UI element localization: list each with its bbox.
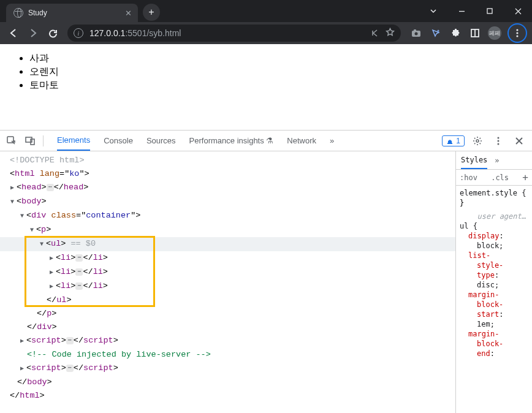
hov-toggle[interactable]: :hov [460, 173, 477, 182]
tab-network[interactable]: Network [287, 131, 316, 150]
chevron-down-icon[interactable] [419, 2, 447, 20]
more-tabs-icon[interactable]: » [330, 131, 334, 150]
url-input[interactable]: i 127.0.0.1:5501/syb.html [67, 25, 401, 42]
svg-point-14 [498, 140, 500, 142]
window-titlebar: Study ✕ + [0, 0, 532, 22]
forward-button[interactable] [25, 25, 42, 42]
tab-title: Study [28, 9, 121, 17]
svg-point-5 [516, 29, 518, 31]
devtools-tabs: Elements Console Sources Performance ins… [57, 131, 439, 151]
styles-tab[interactable]: Styles [461, 152, 487, 169]
devtools: Elements Console Sources Performance ins… [0, 130, 532, 413]
new-tab-button[interactable]: + [143, 4, 160, 21]
svg-rect-3 [414, 29, 416, 31]
styles-tabs: Styles » [456, 151, 532, 170]
gear-icon[interactable] [469, 133, 485, 149]
cls-toggle[interactable]: .cls [491, 173, 509, 182]
list-item: 사과 [29, 52, 527, 65]
tab-elements[interactable]: Elements [57, 131, 90, 151]
svg-point-6 [516, 32, 518, 34]
styles-panel: Styles » :hov .cls + element.style { } u… [455, 151, 532, 413]
svg-point-7 [516, 35, 518, 37]
devtools-toolbar: Elements Console Sources Performance ins… [0, 131, 532, 151]
camera-icon[interactable] [407, 25, 425, 42]
kebab-icon[interactable] [490, 133, 506, 149]
close-devtools-icon[interactable] [511, 133, 527, 149]
address-bar: i 127.0.0.1:5501/syb.html 페페 [0, 22, 532, 44]
cursor-sparkle-icon[interactable] [427, 25, 445, 42]
styles-rules[interactable]: element.style { } user agent… ul { displ… [456, 186, 532, 361]
list-item: 오렌지 [29, 66, 527, 78]
inspect-icon[interactable] [4, 133, 20, 149]
more-styles-tabs-icon[interactable]: » [495, 156, 499, 165]
issues-badge[interactable]: 1 [442, 135, 465, 146]
tab-sources[interactable]: Sources [146, 131, 176, 150]
svg-point-2 [415, 32, 418, 36]
bookmark-icon[interactable] [386, 28, 395, 39]
info-icon[interactable]: i [74, 28, 83, 38]
chrome-menu-button[interactable] [507, 23, 527, 43]
profile-badge[interactable]: 페페 [485, 25, 504, 42]
svg-rect-11 [447, 143, 452, 144]
globe-icon [13, 8, 23, 18]
plus-icon[interactable]: + [522, 172, 528, 183]
reload-button[interactable] [44, 25, 61, 42]
share-icon[interactable] [370, 28, 379, 39]
browser-tab[interactable]: Study ✕ [6, 4, 138, 22]
tab-console[interactable]: Console [104, 131, 133, 150]
svg-point-13 [498, 137, 500, 138]
beaker-icon: ⚗ [266, 136, 273, 145]
svg-point-12 [476, 140, 479, 142]
toolbar-icons: 페페 [407, 23, 527, 43]
selected-node[interactable]: <ul> == $0 [0, 237, 455, 251]
reading-list-icon[interactable] [466, 25, 484, 42]
minimize-button[interactable] [447, 2, 476, 20]
page-list: 사과 오렌지 토마토 [29, 52, 527, 92]
device-toggle-icon[interactable] [22, 133, 38, 149]
window-controls [419, 0, 532, 22]
svg-rect-0 [487, 9, 492, 13]
dom-tree[interactable]: ••• <!DOCTYPE html> <html lang="ko"> <he… [0, 151, 455, 413]
url-text: 127.0.0.1:5501/syb.html [89, 28, 370, 38]
close-tab-icon[interactable]: ✕ [125, 9, 132, 18]
close-button[interactable] [504, 2, 532, 20]
tab-performance-insights[interactable]: Performance insights ⚗ [189, 131, 274, 150]
list-item: 토마토 [29, 79, 527, 92]
maximize-button[interactable] [476, 2, 504, 20]
tabs-region: Study ✕ + [0, 0, 160, 22]
page-viewport: 사과 오렌지 토마토 [0, 44, 532, 130]
svg-point-15 [498, 143, 500, 145]
back-button[interactable] [5, 25, 22, 42]
extensions-icon[interactable] [446, 25, 465, 42]
